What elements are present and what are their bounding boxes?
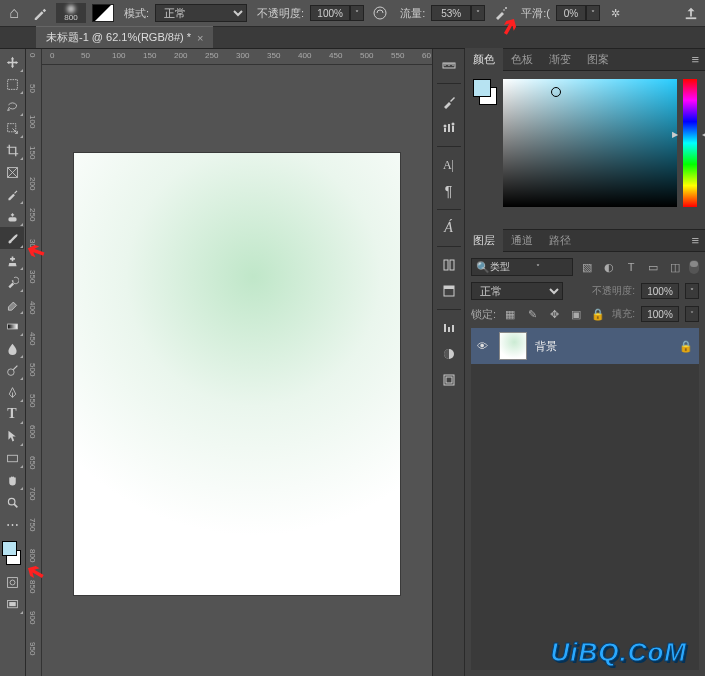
tab-swatches[interactable]: 色板 <box>503 48 541 71</box>
svg-rect-8 <box>7 324 17 329</box>
clone-stamp-tool[interactable] <box>0 249 24 271</box>
color-panel-menu[interactable]: ≡ <box>685 52 705 67</box>
svg-rect-3 <box>686 17 697 19</box>
gradient-tool[interactable] <box>0 315 24 337</box>
dock-adjustments-icon[interactable] <box>435 316 463 340</box>
home-button[interactable] <box>4 3 24 23</box>
layers-panel-menu[interactable]: ≡ <box>685 233 705 248</box>
layer-filter-input[interactable] <box>490 262 536 273</box>
color-field[interactable] <box>503 79 677 207</box>
zoom-tool[interactable] <box>0 491 24 513</box>
type-tool[interactable]: T <box>0 403 24 425</box>
smoothing-options-button[interactable]: ✲ <box>606 3 626 23</box>
blend-mode-dropdown[interactable]: 正常 <box>155 4 247 22</box>
filter-adjustment-icon[interactable]: ◐ <box>601 259 617 275</box>
color-panel-fg-bg[interactable] <box>473 79 497 105</box>
lock-position-icon[interactable]: ✥ <box>546 306 562 322</box>
opacity-label: 不透明度: <box>257 6 304 21</box>
svg-point-2 <box>503 9 505 11</box>
screen-mode-button[interactable] <box>0 593 24 615</box>
horizontal-ruler[interactable]: 05010015020025030035040045050055060 <box>42 49 432 65</box>
opacity-chevron[interactable]: ˅ <box>350 5 364 21</box>
history-brush-tool[interactable] <box>0 271 24 293</box>
filter-smartobj-icon[interactable]: ◫ <box>667 259 683 275</box>
hand-tool[interactable] <box>0 469 24 491</box>
tool-preset-picker[interactable] <box>30 3 50 23</box>
tab-paths[interactable]: 路径 <box>541 229 579 252</box>
dodge-tool[interactable] <box>0 359 24 381</box>
document-canvas[interactable] <box>74 153 400 595</box>
foreground-color-swatch[interactable] <box>2 541 17 556</box>
layer-lock-icon[interactable]: 🔒 <box>679 340 693 353</box>
layer-thumbnail[interactable] <box>499 332 527 360</box>
lock-artboard-icon[interactable]: ▣ <box>568 306 584 322</box>
foreground-background-color[interactable] <box>2 541 23 565</box>
marquee-tool[interactable] <box>0 73 24 95</box>
hue-slider[interactable] <box>683 79 697 207</box>
filter-type-icon[interactable]: T <box>623 259 639 275</box>
color-panel-fg-swatch[interactable] <box>473 79 491 97</box>
opacity-pressure-button[interactable] <box>370 3 390 23</box>
lasso-tool[interactable] <box>0 95 24 117</box>
dock-brush-settings-icon[interactable] <box>435 116 463 140</box>
tab-color[interactable]: 颜色 <box>465 48 503 71</box>
tab-patterns[interactable]: 图案 <box>579 48 617 71</box>
dock-paragraph-icon[interactable]: ¶ <box>435 179 463 203</box>
brush-tool[interactable] <box>0 227 24 249</box>
layer-list: 👁 背景 🔒 <box>471 328 699 670</box>
document-tab[interactable]: 未标题-1 @ 62.1%(RGB/8#) * × <box>36 26 213 48</box>
svg-point-17 <box>443 125 446 128</box>
crop-tool[interactable] <box>0 139 24 161</box>
layer-name-label[interactable]: 背景 <box>535 339 671 354</box>
document-tab-close[interactable]: × <box>197 32 203 44</box>
layer-opacity-input[interactable] <box>641 283 679 299</box>
canvas-viewport[interactable] <box>42 65 432 676</box>
layer-item[interactable]: 👁 背景 🔒 <box>471 328 699 364</box>
lock-all-icon[interactable]: 🔒 <box>590 306 606 322</box>
smoothing-chevron[interactable]: ˅ <box>586 5 600 21</box>
dock-character-icon[interactable]: A| <box>435 153 463 177</box>
flow-input[interactable] <box>431 5 471 21</box>
layer-visibility-toggle[interactable]: 👁 <box>477 340 491 352</box>
tab-channels[interactable]: 通道 <box>503 229 541 252</box>
dock-artboards-icon[interactable] <box>435 368 463 392</box>
brush-preset-picker[interactable]: 800 <box>56 3 86 23</box>
frame-tool[interactable] <box>0 161 24 183</box>
dock-brushes-icon[interactable] <box>435 90 463 114</box>
layer-fill-chevron[interactable]: ˅ <box>685 306 699 322</box>
eraser-tool[interactable] <box>0 293 24 315</box>
filter-shape-icon[interactable]: ▭ <box>645 259 661 275</box>
move-tool[interactable] <box>0 51 24 73</box>
layer-blend-mode[interactable]: 正常 <box>471 282 563 300</box>
dock-ruler-icon[interactable] <box>435 53 463 77</box>
brush-panel-toggle[interactable] <box>92 4 114 22</box>
blur-tool[interactable] <box>0 337 24 359</box>
layer-fill-input[interactable] <box>641 306 679 322</box>
color-field-cursor[interactable] <box>551 87 561 97</box>
hue-slider-thumb[interactable] <box>680 135 700 139</box>
opacity-input[interactable] <box>310 5 350 21</box>
quick-selection-tool[interactable] <box>0 117 24 139</box>
layer-opacity-chevron[interactable]: ˅ <box>685 283 699 299</box>
tab-layers[interactable]: 图层 <box>465 229 503 252</box>
lock-transparency-icon[interactable]: ▦ <box>502 306 518 322</box>
smoothing-input[interactable] <box>556 5 586 21</box>
quick-mask-button[interactable] <box>0 571 24 593</box>
flow-chevron[interactable]: ˅ <box>471 5 485 21</box>
tab-gradients[interactable]: 渐变 <box>541 48 579 71</box>
dock-history-icon[interactable] <box>435 279 463 303</box>
layer-filter-type[interactable]: 🔍 ˅ <box>471 258 573 276</box>
dock-libraries-icon[interactable] <box>435 253 463 277</box>
rectangle-tool[interactable] <box>0 447 24 469</box>
share-button[interactable] <box>681 3 701 23</box>
path-selection-tool[interactable] <box>0 425 24 447</box>
filter-pixel-icon[interactable]: ▧ <box>579 259 595 275</box>
filter-toggle[interactable] <box>689 260 699 274</box>
pen-tool[interactable] <box>0 381 24 403</box>
dock-glyphs-icon[interactable]: Á <box>435 216 463 240</box>
edit-toolbar-button[interactable]: ⋯ <box>0 513 24 535</box>
dock-styles-icon[interactable] <box>435 342 463 366</box>
lock-pixels-icon[interactable]: ✎ <box>524 306 540 322</box>
healing-brush-tool[interactable] <box>0 205 24 227</box>
eyedropper-tool[interactable] <box>0 183 24 205</box>
